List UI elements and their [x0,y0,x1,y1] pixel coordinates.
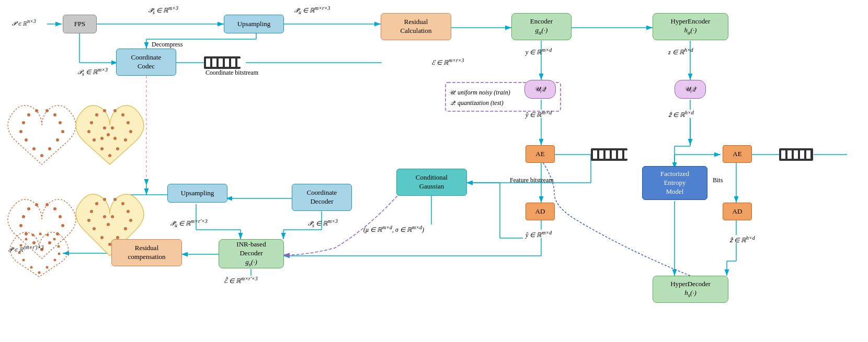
inr-decoder-box: INR-basedDecodergs(·) [219,239,284,268]
svg-point-152 [30,266,33,269]
fps-label: FPS [74,20,86,29]
svg-point-144 [39,233,42,235]
svg-point-99 [59,215,62,218]
svg-point-132 [124,227,127,230]
encoder-label: Encoderga(·) [530,17,553,36]
svg-point-143 [32,234,35,237]
svg-point-93 [19,130,22,133]
svg-point-90 [40,154,43,157]
math-E-res: ℰ ∈ ℝm×r×3 [431,57,464,67]
residual-comp-label: Residualcompensation [128,244,165,262]
svg-rect-61 [204,56,241,69]
svg-point-136 [93,227,96,230]
svg-point-148 [58,253,61,255]
svg-rect-63 [212,58,216,67]
svg-point-117 [100,147,104,150]
svg-point-116 [108,154,111,157]
svg-point-142 [25,238,28,241]
svg-point-138 [103,215,106,218]
svg-point-121 [111,126,114,129]
svg-point-130 [127,210,130,213]
svg-point-153 [22,259,25,262]
svg-point-112 [127,121,130,124]
svg-point-123 [100,137,104,140]
ae-left-box: AE [526,145,555,163]
svg-point-120 [103,126,106,129]
svg-point-131 [129,219,132,222]
svg-point-95 [27,207,30,210]
svg-point-83 [35,109,38,112]
svg-rect-80 [806,150,810,159]
svg-rect-74 [624,150,629,159]
coord-bitstream-label: Coordinate bitstream [205,69,258,77]
svg-rect-72 [612,150,616,159]
math-pu-hat-top: 𝒫̂u ∈ ℝm×r×3 [294,5,330,15]
svg-point-113 [129,130,132,133]
svg-rect-76 [781,150,785,159]
svg-rect-70 [599,150,603,159]
svg-point-150 [46,266,49,269]
residual-calc-label: ResidualCalculation [401,18,432,36]
svg-point-118 [93,138,96,141]
hyper-decoder-label: HyperDecoderhs(·) [670,280,711,299]
ae-left-label: AE [535,150,544,159]
uq-desc-1: 𝒰: uniform noisy (train) [449,89,510,97]
svg-point-84 [45,109,49,112]
math-pu-dec: 𝒫̂u ∈ ℝm×r'×3 [170,218,208,228]
svg-point-128 [113,198,117,201]
svg-rect-62 [206,58,210,67]
svg-point-94 [22,215,25,218]
svg-rect-77 [787,150,792,159]
residual-comp-box: Residualcompensation [111,239,182,266]
math-y-hat-top: ŷ ∈ ℝm×d [526,110,552,119]
svg-rect-69 [593,150,597,159]
svg-point-87 [61,130,64,133]
coord-decoder-box: CoordinateDecoder [292,184,352,211]
svg-point-92 [25,138,28,141]
coord-codec-box: CoordinateCodec [116,49,176,76]
ad-left-box: AD [526,203,555,220]
svg-point-96 [35,203,38,206]
svg-point-109 [103,109,106,112]
ad-right-box: AD [723,203,752,220]
svg-rect-65 [225,58,229,67]
uq-right-label: 𝒰|𝒬 [684,85,696,94]
uq-left-box: 𝒰|𝒬 [524,80,556,99]
math-y-hat-bot: ŷ ∈ ℝm×d [526,230,552,239]
math-z-enc: z ∈ ℝh×d [668,47,693,56]
hyper-decoder-box: HyperDecoderhs(·) [653,276,728,303]
math-E-dec: ℰ̂ ∈ ℝm×r'×3 [224,276,258,285]
svg-rect-79 [800,150,804,159]
svg-point-137 [87,219,90,222]
bits-label: Bits [713,176,723,184]
ad-right-label: AD [733,207,743,216]
svg-point-140 [107,223,110,226]
factorized-label: FactorizedEntropyModel [660,170,689,196]
math-ps-in: 𝒫s ∈ ℝm×3 [77,67,108,77]
ad-left-label: AD [535,207,545,216]
ae-right-label: AE [733,150,741,159]
math-z-hat-bot: ẑ ∈ ℝh×d [729,235,755,244]
svg-point-139 [111,215,114,218]
svg-point-135 [100,236,104,239]
svg-point-86 [59,121,62,124]
factorized-box: FactorizedEntropyModel [642,166,707,200]
svg-point-98 [53,207,56,210]
svg-point-108 [95,113,98,116]
svg-point-85 [53,113,56,116]
math-y-enc: y ∈ ℝm×d [526,47,552,56]
hyper-encoder-label: HyperEncoderha(·) [671,17,711,36]
coord-codec-label: CoordinateCodec [131,53,162,71]
svg-rect-64 [219,58,223,67]
cond-gaussian-label: ConditionalGaussian [416,173,448,191]
residual-calc-box: ResidualCalculation [381,13,451,40]
svg-point-126 [95,202,98,205]
svg-point-125 [90,210,93,213]
svg-point-97 [45,203,49,206]
svg-point-119 [87,130,90,133]
svg-point-110 [113,109,117,112]
svg-point-145 [47,234,49,237]
upsampling-bot-box: Upsampling [167,184,227,203]
math-P-out: 𝒫̂ ∈ ℝ(m×r')×3 [8,244,43,254]
svg-point-107 [90,121,93,124]
